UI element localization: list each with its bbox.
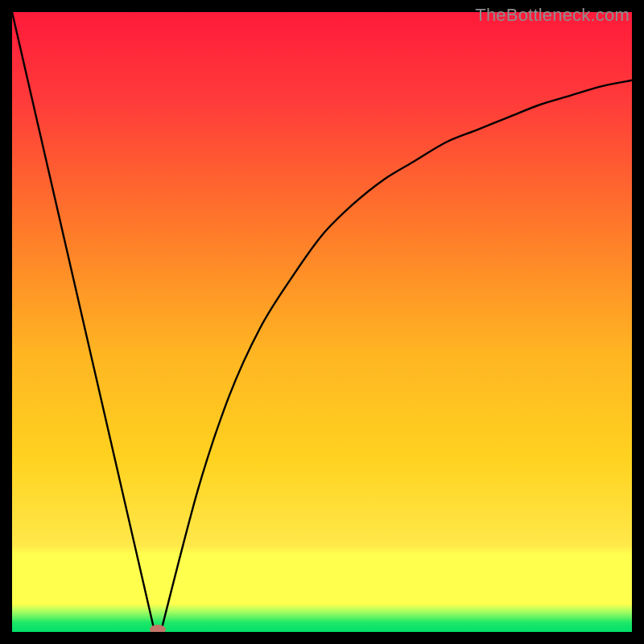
chart-frame [12,12,632,632]
bottleneck-chart [12,12,632,632]
watermark-text: TheBottleneck.com [475,5,630,26]
